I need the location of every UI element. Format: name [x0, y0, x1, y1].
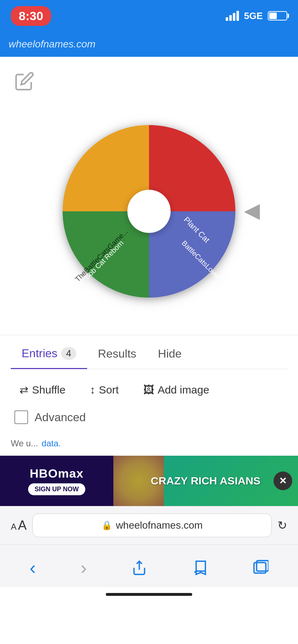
add-image-button[interactable]: 🖼 Add image [138, 380, 214, 400]
tab-results-label: Results [98, 347, 136, 360]
tabs-icon [253, 560, 268, 576]
tabs-row: Entries 4 Results Hide [11, 335, 287, 369]
url-text: wheelofnames.com [116, 520, 203, 531]
back-button[interactable]: ‹ [22, 553, 43, 582]
ad-movie-title: CRAZY RICH ASIANS [151, 475, 261, 487]
close-ad-button[interactable]: ✕ [274, 472, 292, 490]
sort-label: Sort [99, 384, 119, 396]
tabs-section: Entries 4 Results Hide ⇄ Shuffle ↕ Sort … [0, 335, 298, 431]
edit-icon[interactable] [14, 71, 35, 91]
tab-entries[interactable]: Entries 4 [11, 339, 87, 369]
bookmarks-icon [192, 560, 208, 576]
actions-row: ⇄ Shuffle ↕ Sort 🖼 Add image [11, 369, 287, 407]
advanced-checkbox[interactable] [14, 410, 28, 424]
tab-results[interactable]: Results [87, 339, 147, 368]
browser-bottom-bar: A A 🔒 wheelofnames.com ↻ [0, 506, 298, 544]
nav-bar: ‹ › [0, 544, 298, 587]
entries-badge: 4 [61, 347, 76, 360]
shuffle-label: Shuffle [32, 384, 66, 396]
network-label: 5GE [244, 10, 263, 22]
cookie-text: We u... [11, 438, 38, 448]
status-bar: 8:30 5GE [0, 0, 298, 32]
hbomax-logo: HBOmax [30, 466, 84, 480]
add-image-label: Add image [158, 384, 209, 396]
advanced-row: Advanced [11, 407, 287, 431]
font-size-toggle[interactable]: A A [11, 518, 27, 533]
font-small-label: A [11, 522, 17, 532]
browser-header: wheelofnames.com [0, 32, 298, 57]
wheel-container: TheBattleCatsGame... Plant Cat Bob Cat R… [0, 100, 298, 335]
status-time: 8:30 [11, 6, 51, 26]
cookie-notice: We u... data. [0, 431, 298, 456]
font-large-label: A [18, 518, 27, 533]
status-right: 5GE [226, 10, 287, 22]
wheel-wrapper[interactable]: TheBattleCatsGame... Plant Cat Bob Cat R… [48, 111, 250, 313]
shuffle-button[interactable]: ⇄ Shuffle [14, 380, 71, 400]
signal-bars [226, 11, 239, 21]
sort-icon: ↕ [90, 384, 95, 396]
sign-up-button[interactable]: SIGN UP NOW [28, 483, 85, 495]
tab-hide-label: Hide [158, 347, 182, 360]
forward-button[interactable]: › [73, 553, 94, 582]
advanced-label: Advanced [35, 411, 86, 424]
browser-url-partial: wheelofnames.com [9, 38, 95, 50]
share-icon [131, 560, 147, 576]
cookie-link[interactable]: data. [42, 438, 61, 448]
bookmarks-button[interactable] [185, 556, 215, 579]
back-icon: ‹ [30, 557, 36, 579]
battery-icon [268, 11, 287, 20]
forward-icon: › [81, 557, 87, 579]
shuffle-icon: ⇄ [19, 383, 28, 396]
edit-icon-area [0, 64, 298, 100]
wheel-pointer [244, 204, 260, 220]
ad-banner: HBOmax SIGN UP NOW CRAZY RICH ASIANS ✕ [0, 456, 298, 506]
lock-icon: 🔒 [101, 520, 112, 530]
share-button[interactable] [124, 556, 154, 579]
home-indicator [0, 587, 298, 603]
tabs-button[interactable] [245, 556, 276, 579]
ad-left: HBOmax SIGN UP NOW [0, 456, 113, 506]
home-bar [106, 593, 192, 596]
image-icon: 🖼 [143, 384, 154, 396]
url-bar[interactable]: 🔒 wheelofnames.com [32, 514, 272, 537]
svg-point-0 [127, 190, 171, 233]
tab-entries-label: Entries [22, 347, 58, 360]
sort-button[interactable]: ↕ Sort [85, 380, 124, 400]
ad-right: CRAZY RICH ASIANS [113, 456, 298, 506]
reload-button[interactable]: ↻ [277, 519, 287, 532]
main-content: TheBattleCatsGame... Plant Cat Bob Cat R… [0, 57, 298, 506]
tab-hide[interactable]: Hide [147, 339, 193, 368]
spin-wheel[interactable]: TheBattleCatsGame... Plant Cat Bob Cat R… [48, 111, 250, 312]
